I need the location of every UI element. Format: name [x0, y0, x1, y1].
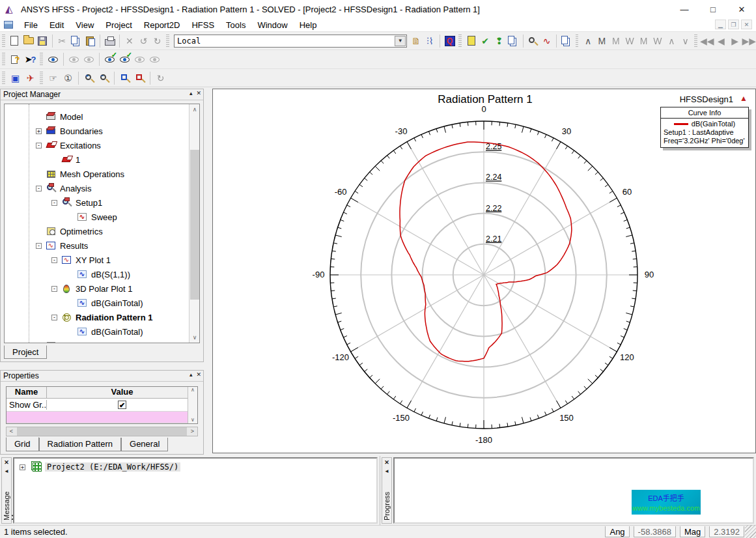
tree-item[interactable]: -Setup1	[51, 195, 102, 210]
cut-button[interactable]: ✂	[55, 34, 69, 48]
show-all-visibility-button[interactable]	[46, 52, 61, 66]
save-button[interactable]	[35, 34, 49, 48]
print-button[interactable]	[103, 34, 117, 48]
show-selection-button[interactable]	[102, 52, 117, 66]
message-project-row[interactable]: + Project2 (E:/EDA_Work/HFSS/)	[20, 462, 376, 472]
fit-all-button[interactable]	[117, 71, 132, 85]
pan-button[interactable]: ☞	[46, 71, 61, 85]
paste-button[interactable]	[83, 34, 97, 48]
curve-info-legend[interactable]: Curve Info dB(GainTotal) Setup1 : LastAd…	[660, 107, 749, 148]
menu-window[interactable]: Window	[251, 19, 293, 31]
tree-item[interactable]: -3D Polar Plot 1	[51, 281, 132, 296]
dock-close-icon[interactable]: ✕	[2, 459, 11, 466]
tree-item[interactable]: ∿Sweep	[67, 210, 117, 224]
delete-button[interactable]: ✕	[122, 34, 136, 48]
wave-peak-button[interactable]: ∧	[581, 34, 595, 48]
scroll-up-icon[interactable]: ∧	[189, 104, 200, 115]
collapse-icon[interactable]: -	[51, 286, 57, 292]
wave-down-button[interactable]: ∨	[679, 34, 692, 48]
scrollbar-thumb[interactable]	[190, 150, 199, 300]
submit-job-button[interactable]: Q	[443, 34, 456, 48]
tree-item[interactable]: 1	[51, 152, 80, 167]
tree-vertical-scrollbar[interactable]: ∧ ∨	[189, 104, 199, 343]
rotate-button[interactable]: ↻	[153, 71, 168, 85]
undo-button[interactable]: ↺	[137, 34, 150, 48]
solution-select-combobox[interactable]: Local ▼	[174, 35, 407, 48]
tree-item[interactable]: -Radiation Pattern 1	[51, 310, 152, 324]
column-header-value[interactable]: Value	[47, 387, 197, 398]
tree-item[interactable]: ∿dB(GainTotal)	[67, 296, 143, 310]
create-report-button[interactable]: ∿	[540, 34, 553, 48]
close-button[interactable]: ✕	[727, 0, 756, 18]
menu-project[interactable]: Project	[100, 19, 137, 31]
tab-project[interactable]: Project	[4, 345, 47, 359]
toolbar-grip[interactable]	[458, 35, 462, 48]
rocket-launch-button[interactable]: ✈	[23, 71, 38, 85]
wave-mean-button[interactable]: M	[637, 34, 651, 48]
panel-collapse-icon[interactable]: ▴	[189, 90, 193, 96]
expand-icon[interactable]: +	[36, 343, 42, 344]
next-marker-button[interactable]: ▶	[728, 34, 742, 48]
toolbar-grip[interactable]	[40, 53, 43, 66]
tab-radiation-pattern[interactable]: Radiation Pattern	[39, 438, 121, 451]
scrollbar-thumb[interactable]	[17, 427, 187, 436]
toolbar-grip[interactable]	[166, 35, 169, 48]
last-marker-button[interactable]: ▶▶	[742, 34, 756, 48]
properties-horizontal-scrollbar[interactable]: < >	[6, 427, 198, 436]
open-button[interactable]	[21, 34, 35, 48]
prev-marker-button[interactable]: ◀	[714, 34, 728, 48]
tree-item[interactable]: Model	[36, 109, 83, 124]
scroll-down-icon[interactable]: ∨	[188, 417, 197, 423]
mdi-child-icon[interactable]	[4, 21, 13, 29]
menu-help[interactable]: Help	[294, 19, 323, 31]
tab-grid[interactable]: Grid	[6, 437, 39, 451]
panel-collapse-icon[interactable]: ▴	[189, 371, 193, 378]
message-manager-button[interactable]	[464, 34, 478, 48]
toolbar-grip[interactable]	[2, 53, 5, 66]
mdi-restore-button[interactable]: ❐	[728, 20, 739, 29]
dock-close-icon[interactable]: ✕	[382, 459, 391, 466]
menu-hfss[interactable]: HFSS	[186, 19, 220, 31]
toolbar-grip[interactable]	[576, 35, 579, 48]
toolbar-grip[interactable]	[2, 72, 5, 85]
expand-icon[interactable]: +	[36, 128, 42, 134]
collapse-icon[interactable]: -	[36, 186, 42, 191]
first-marker-button[interactable]: ◀◀	[700, 34, 714, 48]
wave-rms-button[interactable]: W	[651, 34, 664, 48]
new-file-button[interactable]	[8, 34, 21, 48]
menu-edit[interactable]: Edit	[44, 19, 70, 31]
scroll-left-icon[interactable]: <	[7, 427, 16, 436]
context-help-button[interactable]: ➤?	[23, 52, 38, 66]
model-display-button[interactable]: ▣	[8, 71, 23, 85]
visibility-eye-button[interactable]	[132, 52, 147, 66]
zoom-actual-button[interactable]: ①	[61, 71, 76, 85]
zoom-in-button[interactable]: +	[81, 71, 96, 85]
collapse-icon[interactable]: -	[51, 315, 57, 320]
menu-view[interactable]: View	[70, 19, 100, 31]
redo-button[interactable]: ↻	[150, 34, 164, 48]
wave-up-button[interactable]: ∧	[665, 34, 679, 48]
panel-close-icon[interactable]: ✕	[196, 90, 201, 96]
combo-dropdown-icon[interactable]: ▼	[395, 36, 406, 46]
scroll-down-icon[interactable]: ∨	[189, 332, 200, 343]
column-header-name[interactable]: Name	[7, 387, 47, 398]
tree-item[interactable]: -∿XY Plot 1	[51, 253, 111, 267]
hide-in-box-button[interactable]	[81, 52, 96, 66]
wave-min-button[interactable]: M	[609, 34, 623, 48]
tree-item[interactable]: -Analysis	[36, 181, 91, 195]
expand-icon[interactable]: +	[20, 464, 25, 470]
zoom-out-button[interactable]: −	[96, 71, 111, 85]
browse-definitions-button[interactable]: 🗎	[409, 34, 423, 48]
analyze-all-button[interactable]: ❢	[492, 34, 506, 48]
solution-data-button[interactable]	[506, 34, 520, 48]
tree-item[interactable]: ∿dB(GainTotal)	[67, 324, 143, 339]
properties-vertical-scrollbar[interactable]: ∧ ∨	[188, 387, 197, 423]
maximize-button[interactable]: □	[699, 0, 727, 18]
menu-tools[interactable]: Tools	[220, 19, 251, 31]
tree-item[interactable]: +↑↑Port Field Display	[36, 339, 126, 343]
copy-image-button[interactable]	[559, 34, 573, 48]
minimize-button[interactable]: —	[670, 0, 699, 18]
hide-selection-button[interactable]	[66, 52, 81, 66]
validate-button[interactable]: ✔	[478, 34, 492, 48]
tree-item[interactable]: -∿Results	[36, 238, 88, 253]
